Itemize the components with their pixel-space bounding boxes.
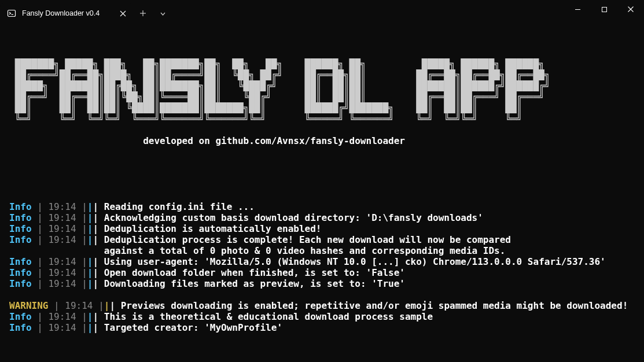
- log-level: Info: [9, 278, 32, 289]
- log-level: WARNING: [9, 300, 48, 311]
- log-time: | 19:14 |: [32, 212, 87, 223]
- close-button[interactable]: [617, 0, 644, 19]
- log-sep-white: |: [93, 201, 104, 212]
- log-time: | 19:14 |: [32, 223, 87, 234]
- log-sep-color: |: [87, 311, 93, 322]
- log-message: Targeted creator: 'MyOwnProfile': [104, 322, 282, 333]
- terminal-tab[interactable]: Fansly Downloader v0.4: [0, 3, 133, 23]
- tab-title: Fansly Downloader v0.4: [22, 9, 112, 17]
- log-time: | 19:14 |: [32, 201, 87, 212]
- log-sep-color: |: [87, 278, 93, 289]
- log-message: This is a theoretical & educational down…: [104, 311, 433, 322]
- log-sep-white: |: [93, 223, 104, 234]
- log-level: Info: [9, 311, 32, 322]
- minimize-button[interactable]: [564, 0, 591, 19]
- log-level: Info: [9, 322, 32, 333]
- log-sep-color: |: [87, 322, 93, 333]
- log-line-info: Info | 19:14 ||| This is a theoretical &…: [9, 311, 635, 322]
- banner-subtitle: developed on github.com/Avnsx/fansly-dow…: [9, 135, 635, 146]
- log-time: | 19:14 |: [32, 311, 87, 322]
- tab-close-button[interactable]: [118, 9, 127, 18]
- log-line-info: Info | 19:14 ||| Open download folder wh…: [9, 267, 635, 278]
- new-tab-button[interactable]: [133, 3, 153, 23]
- log-line-info: Info | 19:14 ||| Downloading files marke…: [9, 278, 635, 289]
- log-time: | 19:14 |: [32, 256, 87, 267]
- svg-rect-0: [8, 10, 16, 17]
- tab-tools: [133, 3, 172, 23]
- log-message: Using user-agent: 'Mozilla/5.0 (Windows …: [104, 256, 606, 267]
- log-sep-color: |: [87, 234, 93, 245]
- log-sep-white: |: [93, 278, 104, 289]
- log-message: Deduplication is automatically enabled!: [104, 223, 322, 234]
- log-line-info: Info | 19:14 ||| Deduplication is automa…: [9, 223, 635, 234]
- maximize-button[interactable]: [591, 0, 617, 19]
- window-controls: [564, 0, 644, 23]
- tab-dropdown-button[interactable]: [153, 3, 172, 23]
- log-line-info: Info | 19:14 ||| Using user-agent: 'Mozi…: [9, 256, 635, 267]
- log-lines: Info | 19:14 ||| Reading config.ini file…: [9, 201, 635, 333]
- log-level: Info: [9, 256, 32, 267]
- log-sep-color: |: [87, 267, 93, 278]
- log-time: | 19:14 |: [32, 278, 87, 289]
- log-line-info: Info | 19:14 ||| Deduplication process i…: [9, 234, 635, 256]
- log-line-info: Info | 19:14 ||| Reading config.ini file…: [9, 201, 635, 212]
- log-message: Downloading files marked as preview, is …: [104, 278, 405, 289]
- log-message: Reading config.ini file ...: [104, 201, 255, 212]
- log-sep-white: |: [93, 267, 104, 278]
- log-sep-color: |: [87, 256, 93, 267]
- log-time: | 19:14 |: [32, 234, 87, 245]
- log-message: Previews downloading is enabled; repetit…: [121, 300, 628, 311]
- log-level: Info: [9, 234, 32, 245]
- titlebar: Fansly Downloader v0.4: [0, 0, 644, 23]
- log-sep-white: |: [93, 311, 104, 322]
- terminal-icon: [7, 9, 16, 18]
- svg-rect-7: [602, 7, 606, 12]
- log-level: Info: [9, 267, 32, 278]
- ascii-banner: ███████╗ █████╗ ███╗ ██╗███████╗██╗ ██╗ …: [9, 58, 635, 124]
- log-level: Info: [9, 201, 32, 212]
- log-level: Info: [9, 212, 32, 223]
- log-message: Acknowledging custom basis download dire…: [104, 212, 483, 223]
- terminal-output: ███████╗ █████╗ ███╗ ██╗███████╗██╗ ██╗ …: [0, 23, 644, 346]
- log-sep-white: |: [109, 300, 120, 311]
- log-sep-white: |: [93, 234, 104, 245]
- log-sep-color: |: [87, 212, 93, 223]
- log-line-warning: WARNING | 19:14 ||| Previews downloading…: [9, 300, 635, 311]
- log-time: | 19:14 |: [32, 322, 87, 333]
- log-sep-white: |: [93, 256, 104, 267]
- log-sep-color: |: [87, 201, 93, 212]
- log-level: Info: [9, 223, 32, 234]
- log-message: Open download folder when finished, is s…: [104, 267, 405, 278]
- log-sep-white: |: [93, 212, 104, 223]
- log-sep-color: |: [87, 223, 93, 234]
- log-sep-white: |: [93, 322, 104, 333]
- log-line-info: Info | 19:14 ||| Acknowledging custom ba…: [9, 212, 635, 223]
- log-sep-color: |: [104, 300, 110, 311]
- log-line-info: Info | 19:14 ||| Targeted creator: 'MyOw…: [9, 322, 635, 333]
- log-time: | 19:14 |: [32, 267, 87, 278]
- log-time: | 19:14 |: [48, 300, 104, 311]
